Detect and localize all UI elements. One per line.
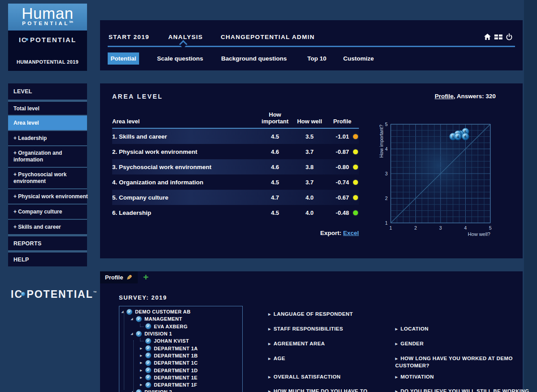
col-header-profile: Profile: [326, 118, 359, 125]
logo-human-text: Human: [8, 5, 87, 22]
expander-icon[interactable]: ▶: [140, 347, 145, 350]
area-name: 6. Leadership: [112, 209, 257, 216]
table-row[interactable]: 1. Skills and career 4.5 3.5 -1.01: [112, 129, 359, 144]
bg-question-how-long-worked[interactable]: ▶HOW LONG HAVE YOU WORKED AT DEMO CUSTOM…: [395, 355, 530, 369]
svg-text:1: 1: [385, 220, 388, 226]
arrow-icon: ▶: [268, 313, 271, 316]
node-check-icon: ✓: [145, 338, 151, 344]
logo-potential-text: POTENTIALtm: [8, 20, 87, 26]
table-row[interactable]: 2. Physical work environment 4.6 3.7 -0.…: [112, 144, 359, 159]
sidebar-item-area-level[interactable]: Area level: [8, 115, 87, 130]
tree-node-department-1f[interactable]: ▶✓DEPARTMENT 1F: [119, 381, 242, 388]
expander-icon[interactable]: ◢: [131, 332, 136, 335]
home-icon[interactable]: [484, 33, 491, 40]
expander-icon[interactable]: ◢: [131, 390, 136, 392]
tree-node-johan-kvist[interactable]: ✓JOHAN KVIST: [119, 337, 242, 344]
sidebar-header-help[interactable]: HELP: [8, 250, 87, 266]
sidebar-item-physical-work-environment[interactable]: + Physical work environment: [8, 188, 87, 204]
node-check-icon: ✓: [145, 375, 151, 380]
area-level-table: Area level How important How well Profil…: [112, 111, 359, 220]
subtab-scale-questions[interactable]: Scale questions: [157, 52, 203, 65]
subtab-top-10[interactable]: Top 10: [307, 52, 327, 65]
expander-icon[interactable]: ▶: [140, 369, 145, 372]
tree-node-demo-customer-ab[interactable]: ◢✓DEMO CUSTOMER AB: [119, 308, 242, 315]
scatter-chart-svg: 1122334455How well?How important?532146: [378, 109, 508, 241]
tree-node-management[interactable]: ◢✓MANAGEMENT: [119, 315, 242, 322]
tree-node-department-1a[interactable]: ▶✓DEPARTMENT 1A: [119, 344, 242, 352]
table-row[interactable]: 4. Organization and information 4.5 3.7 …: [112, 174, 359, 190]
survey-title: SURVEY: 2019: [119, 294, 167, 301]
col-header-how-important: How important: [257, 111, 293, 125]
tree-node-eva-axberg[interactable]: ✓EVA AXBERG: [119, 323, 242, 330]
bg-question-still-working[interactable]: ▶DO YOU BELIEVE YOU WILL STILL BE WORKIN…: [395, 388, 530, 392]
bg-question-agreement-area[interactable]: ▶AGREEMENT AREA: [268, 340, 394, 348]
bg-question-gender[interactable]: ▶GENDER: [395, 340, 530, 348]
top-nav-panel: START 2019 ANALYSIS CHANGEPOTENTIAL ADMI…: [100, 20, 523, 70]
status-dot: [353, 149, 358, 154]
bg-question-motivation[interactable]: ▶MOTIVATION: [395, 374, 530, 381]
subtab-potential[interactable]: Potential: [108, 52, 139, 65]
area-name: 5. Company culture: [112, 194, 257, 201]
apps-icon[interactable]: [494, 33, 502, 40]
sidebar-header-reports[interactable]: REPORTS: [8, 234, 87, 250]
svg-text:3: 3: [439, 225, 442, 231]
status-dot: [353, 210, 358, 215]
table-row[interactable]: 3. Psychosocial work environment 4.6 3.8…: [112, 159, 359, 174]
tree-node-division-2[interactable]: ◢✓DIVISION 2: [119, 388, 242, 392]
tree-node-department-1e[interactable]: ▶✓DEPARTMENT 1E: [119, 374, 242, 381]
subtab-customize[interactable]: Customize: [343, 52, 374, 65]
nav-item-analysis[interactable]: ANALYSIS: [168, 34, 203, 40]
sidebar-item-psychosocial-work-environment[interactable]: + Psychosocial work environment: [8, 167, 87, 188]
expander-icon[interactable]: ▶: [140, 361, 145, 365]
export-row: Export: Excel: [112, 230, 359, 236]
bg-question-location[interactable]: ▶LOCATION: [395, 326, 530, 333]
tab-profile[interactable]: Profile ✎: [100, 271, 138, 283]
profile-panel: Profile ✎ + SURVEY: 2019 ◢✓DEMO CUSTOMER…: [100, 271, 523, 392]
arrow-icon: ▶: [395, 342, 398, 345]
expander-icon[interactable]: ▶: [140, 376, 145, 379]
logo-lower-block: IC POTENTIAL HUMANPOTENTIAL 2019: [8, 30, 87, 71]
sidebar-item-organization-information[interactable]: + Organization and information: [8, 145, 87, 167]
sidebar-header-level[interactable]: LEVEL: [8, 83, 87, 100]
nav-item-changepotential-admin[interactable]: CHANGEPOTENTIAL ADMIN: [221, 34, 315, 40]
nav-divider-line: [108, 46, 515, 47]
power-icon[interactable]: [506, 33, 513, 40]
profile-link[interactable]: Profile: [435, 93, 454, 100]
nav-item-start-2019[interactable]: START 2019: [109, 34, 149, 40]
sidebar-item-total-level[interactable]: Total level: [8, 100, 87, 115]
pencil-icon[interactable]: ✎: [127, 274, 132, 282]
ic-logo-dot: [26, 38, 28, 41]
subtab-background-questions[interactable]: Background questions: [221, 52, 287, 65]
area-name: 1. Skills and career: [112, 133, 257, 140]
bg-question-staff-responsibilities[interactable]: ▶STAFF RESPONSIBILITIES: [268, 326, 394, 333]
tree-node-department-1d[interactable]: ▶✓DEPARTMENT 1D: [119, 366, 242, 374]
tree-node-department-1c[interactable]: ▶✓DEPARTMENT 1C: [119, 359, 242, 366]
expander-icon[interactable]: ◢: [131, 317, 136, 321]
expander-icon[interactable]: ◢: [121, 310, 127, 314]
expander-icon[interactable]: ▶: [140, 383, 145, 387]
tree-node-department-1b[interactable]: ▶✓DEPARTMENT 1B: [119, 352, 242, 359]
bg-question-overall-satisfaction[interactable]: ▶OVERALL SATISFACTION: [268, 374, 394, 381]
area-name: 3. Psychosocial work environment: [112, 164, 257, 170]
expander-icon[interactable]: ▶: [140, 354, 145, 357]
add-profile-icon[interactable]: +: [143, 272, 148, 283]
bg-question-how-much-time[interactable]: ▶HOW MUCH TIME DO YOU HAVE TO PERFORM: [268, 388, 394, 392]
bg-question-age[interactable]: ▶AGE: [268, 355, 394, 362]
arrow-icon: ▶: [268, 342, 271, 345]
arrow-icon: ▶: [268, 327, 271, 331]
node-check-icon: ✓: [145, 323, 151, 329]
arrow-icon: ▶: [395, 375, 398, 379]
table-row[interactable]: 5. Company culture 4.7 4.0 -0.67: [112, 190, 359, 205]
sidebar-item-skills-career[interactable]: + Skills and career: [8, 219, 87, 234]
sidebar-item-leadership[interactable]: + Leadership: [8, 130, 87, 145]
svg-text:How important?: How important?: [379, 125, 384, 158]
node-check-icon: ✓: [145, 360, 151, 366]
leaf-connector: [140, 326, 145, 327]
sidebar-item-company-culture[interactable]: + Company culture: [8, 204, 87, 219]
export-excel-link[interactable]: Excel: [343, 230, 359, 236]
table-row[interactable]: 6. Leadership 4.5 4.0 -0.48: [112, 205, 359, 220]
bg-question-language[interactable]: ▶LANGUAGE OF RESPONDENT: [268, 311, 394, 318]
area-name: 2. Physical work environment: [112, 148, 257, 155]
tree-node-division-1[interactable]: ◢✓DIVISION 1: [119, 330, 242, 337]
leaf-connector: [140, 340, 145, 341]
